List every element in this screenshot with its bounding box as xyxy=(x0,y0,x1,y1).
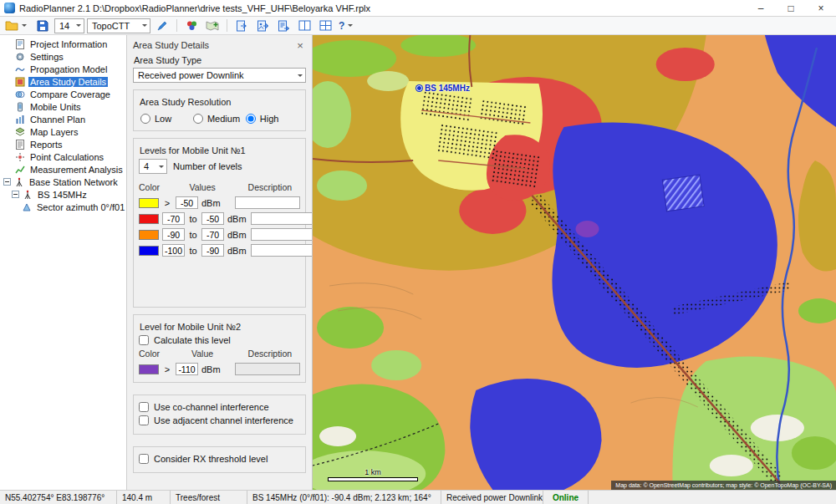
sidebar-item-map-layers[interactable]: Map Layers xyxy=(0,125,126,138)
sidebar-item-settings[interactable]: Settings xyxy=(0,50,126,63)
map-scale: 1 km xyxy=(328,468,418,481)
edit-button[interactable] xyxy=(153,18,171,33)
sidebar-item-area-study-details[interactable]: Area Study Details xyxy=(0,75,126,88)
sidebar-item-project-information[interactable]: Project Information xyxy=(0,38,126,50)
pencil-icon xyxy=(156,20,168,32)
open-file-button[interactable] xyxy=(3,18,31,33)
sidebar-item-measurement-analysis[interactable]: Measurement Analysis xyxy=(0,163,126,176)
panel-close-icon[interactable]: × xyxy=(294,39,306,52)
chevron-down-icon xyxy=(73,19,84,33)
co-channel-checkbox[interactable]: Use co-channel interference xyxy=(139,402,300,412)
sidebar-item-base-station-network[interactable]: Base Station Network xyxy=(0,176,126,188)
level-color-swatch[interactable] xyxy=(139,230,159,240)
help-button[interactable]: ? xyxy=(337,18,357,33)
number-of-levels-select[interactable]: 4 xyxy=(139,159,167,174)
radio-input[interactable] xyxy=(246,114,256,124)
level-value-input[interactable] xyxy=(176,363,198,375)
status-elevation: 140.4 m xyxy=(117,491,171,504)
level-color-swatch[interactable] xyxy=(139,198,159,208)
level-from-input[interactable] xyxy=(162,244,185,257)
status-coordinates: N55.402754° E83.198776° xyxy=(0,491,117,504)
resolution-low-radio[interactable]: Low xyxy=(140,114,193,124)
report-icon xyxy=(15,140,25,150)
export-map-button[interactable] xyxy=(232,18,251,33)
radio-input[interactable] xyxy=(193,114,203,124)
radio-input[interactable] xyxy=(140,114,150,124)
chevron-down-icon xyxy=(155,160,166,173)
adjacent-channel-checkbox[interactable]: Use adjacent channel interference xyxy=(139,415,300,425)
sector-icon xyxy=(22,202,32,212)
grid-view-button[interactable] xyxy=(316,18,334,33)
resolution-medium-radio[interactable]: Medium xyxy=(193,114,246,124)
unit-label: dBm xyxy=(201,198,222,208)
checkbox-input[interactable] xyxy=(139,335,149,345)
greater-than-label: > xyxy=(162,198,172,208)
level-color-swatch[interactable] xyxy=(139,246,159,256)
unit-label: dBm xyxy=(201,364,222,374)
radio-label: Low xyxy=(155,114,171,124)
add-map-button[interactable] xyxy=(203,18,222,33)
export-image-button[interactable] xyxy=(253,18,272,33)
checkbox-input[interactable] xyxy=(139,415,149,425)
level-color-swatch[interactable] xyxy=(139,214,159,224)
level-to-input[interactable] xyxy=(201,212,224,225)
bs-marker-label: BS 145MHz xyxy=(425,84,470,93)
level-description-input[interactable] xyxy=(251,244,313,257)
color-header: Color xyxy=(139,182,166,192)
sidebar-item-mobile-units[interactable]: Mobile Units xyxy=(0,100,126,113)
sidebar-item-point-calculations[interactable]: Point Calculations xyxy=(0,150,126,163)
resolution-high-radio[interactable]: High xyxy=(246,114,298,124)
save-icon xyxy=(37,20,48,32)
rx-threshold-checkbox[interactable]: Consider RX threshold level xyxy=(139,454,300,464)
level-description-input[interactable] xyxy=(235,196,300,209)
mobile-icon xyxy=(15,102,25,112)
unit-label: dBm xyxy=(227,214,247,224)
checkbox-input[interactable] xyxy=(139,402,149,412)
navigation-tree: Project Information Settings Propagation… xyxy=(0,35,127,490)
checkbox-input[interactable] xyxy=(139,454,149,464)
map-scale-bar xyxy=(328,477,418,481)
level-to-input[interactable] xyxy=(201,228,224,241)
split-view-button[interactable] xyxy=(295,18,314,33)
level-to-input[interactable] xyxy=(201,244,224,257)
map-style-select[interactable]: TopoCTT xyxy=(87,18,150,33)
sidebar-item-compare-coverage[interactable]: Compare Coverage xyxy=(0,88,126,100)
export-image-icon xyxy=(257,20,268,32)
save-button[interactable] xyxy=(33,18,52,33)
sidebar-item-propagation-model[interactable]: Propagation Model xyxy=(0,63,126,75)
panel-title: Area Study Details xyxy=(133,40,209,50)
window-title: RadioPlanner 2.1 D:\Dropbox\RadioPlanner… xyxy=(19,3,742,13)
collapse-icon[interactable] xyxy=(3,178,11,186)
level-value-input[interactable] xyxy=(176,196,198,209)
rx-threshold-group: Consider RX threshold level xyxy=(133,446,306,473)
sidebar-item-bs-145mhz[interactable]: BS 145MHz xyxy=(0,188,126,201)
collapse-icon[interactable] xyxy=(12,191,19,198)
interference-group: Use co-channel interference Use adjacent… xyxy=(133,395,306,435)
zoom-level-select[interactable]: 14 xyxy=(54,18,84,33)
export-report-button[interactable] xyxy=(274,18,293,33)
level-row-3: to dBm xyxy=(139,227,300,242)
sidebar-item-sector[interactable]: Sector azimuth 0°/f01 xyxy=(0,201,126,213)
values-header: Values xyxy=(166,182,240,192)
close-button[interactable]: × xyxy=(806,0,836,16)
level-from-input[interactable] xyxy=(162,228,185,241)
bs-marker[interactable]: BS 145MHz xyxy=(416,84,470,93)
sidebar-item-reports[interactable]: Reports xyxy=(0,138,126,150)
area-study-type-select[interactable]: Received power Downlink xyxy=(133,68,306,83)
level-color-swatch[interactable] xyxy=(139,364,159,374)
legend-colors-button[interactable] xyxy=(182,18,201,33)
map-scale-label: 1 km xyxy=(328,468,418,476)
checkbox-label: Use co-channel interference xyxy=(154,402,269,412)
level-description-input[interactable] xyxy=(251,212,313,225)
map-attribution: Map data: © OpenStreetMap contributors; … xyxy=(611,481,836,490)
calculate-level-checkbox[interactable]: Calculate this level xyxy=(139,335,300,345)
level-row-4: to dBm xyxy=(139,242,300,258)
map-plus-icon xyxy=(206,20,219,32)
minimize-button[interactable]: – xyxy=(746,0,776,16)
description-header: Description xyxy=(240,349,300,359)
map-view[interactable]: BS 145MHz 1 km Map data: © OpenStreetMap… xyxy=(313,35,836,490)
level-from-input[interactable] xyxy=(162,212,185,225)
maximize-button[interactable]: □ xyxy=(776,0,806,16)
sidebar-item-channel-plan[interactable]: Channel Plan xyxy=(0,113,126,125)
level-description-input[interactable] xyxy=(251,228,313,241)
